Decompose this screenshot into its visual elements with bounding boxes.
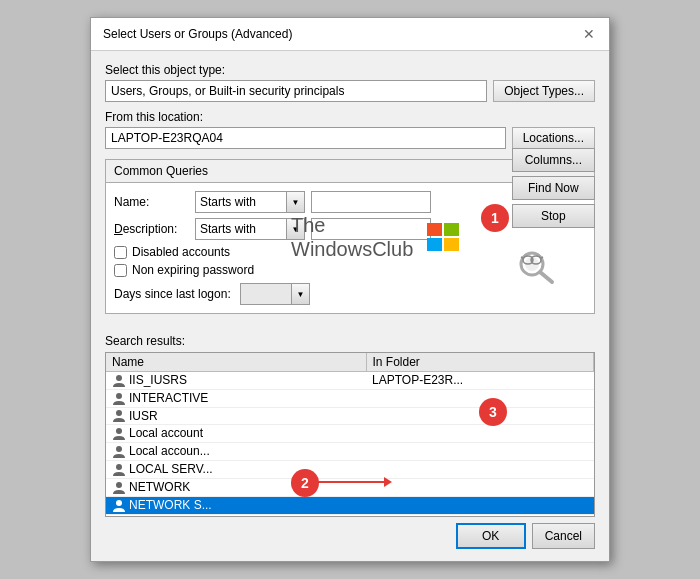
row-folder-cell: LAPTOP-E23R... bbox=[366, 372, 594, 390]
annotation-2: 2 bbox=[291, 469, 319, 497]
days-label: Days since last logon: bbox=[114, 287, 234, 301]
svg-line-6 bbox=[521, 257, 523, 258]
row-folder-cell bbox=[366, 478, 594, 496]
user-icon bbox=[112, 516, 126, 517]
col-name[interactable]: Name bbox=[106, 353, 366, 372]
row-folder-cell bbox=[366, 461, 594, 479]
row-name-cell: LOCAL SERV... bbox=[106, 461, 366, 479]
annotation-2-arrow bbox=[309, 481, 389, 483]
annotation-3: 3 bbox=[479, 398, 507, 426]
ok-cancel-row: OK Cancel bbox=[105, 523, 595, 549]
svg-point-10 bbox=[116, 410, 122, 416]
row-folder-cell bbox=[366, 496, 594, 514]
user-icon bbox=[112, 427, 126, 441]
disabled-accounts-checkbox[interactable] bbox=[114, 246, 127, 259]
row-name-cell: Local account bbox=[106, 425, 366, 443]
stop-button[interactable]: Stop bbox=[512, 204, 595, 228]
svg-line-7 bbox=[541, 257, 543, 258]
row-folder-cell bbox=[366, 443, 594, 461]
table-row[interactable]: INTERACTIVE bbox=[106, 389, 594, 407]
svg-point-13 bbox=[116, 464, 122, 470]
windows-logo-icon bbox=[427, 223, 459, 251]
row-name-cell: OWNER RIG... bbox=[106, 514, 366, 517]
svg-point-12 bbox=[116, 446, 122, 452]
col-folder[interactable]: In Folder bbox=[366, 353, 594, 372]
row-name-cell: IIS_IUSRS bbox=[106, 372, 366, 390]
find-now-button[interactable]: Find Now bbox=[512, 176, 595, 200]
row-name-cell: INTERACTIVE bbox=[106, 389, 366, 407]
user-icon bbox=[112, 463, 126, 477]
row-name-cell: NETWORK S... bbox=[106, 496, 366, 514]
table-row[interactable]: LOCAL SERV... bbox=[106, 461, 594, 479]
cancel-button[interactable]: Cancel bbox=[532, 523, 595, 549]
search-results-label: Search results: bbox=[105, 334, 595, 348]
user-icon bbox=[112, 481, 126, 495]
search-decorative-icon bbox=[514, 244, 558, 288]
svg-point-14 bbox=[116, 482, 122, 488]
svg-point-9 bbox=[116, 393, 122, 399]
location-input: LAPTOP-E23RQA04 bbox=[105, 127, 506, 149]
results-table-container[interactable]: Name In Folder IIS_IUSRSLAPTOP-E23R...IN… bbox=[105, 352, 595, 517]
object-type-input: Users, Groups, or Built-in security prin… bbox=[105, 80, 487, 102]
object-types-button[interactable]: Object Types... bbox=[493, 80, 595, 102]
svg-point-11 bbox=[116, 428, 122, 434]
watermark: The WindowsClub bbox=[271, 203, 479, 271]
dialog-title: Select Users or Groups (Advanced) bbox=[103, 27, 292, 41]
user-icon bbox=[112, 499, 126, 513]
svg-line-1 bbox=[540, 272, 552, 282]
days-row: Days since last logon: ▼ bbox=[114, 283, 496, 305]
columns-button[interactable]: Columns... bbox=[512, 148, 595, 172]
non-expiring-checkbox[interactable] bbox=[114, 264, 127, 277]
right-button-group: Columns... Find Now Stop bbox=[512, 148, 595, 290]
row-name-cell: IUSR bbox=[106, 407, 366, 425]
description-field-label: Description: bbox=[114, 222, 189, 236]
row-folder-cell bbox=[366, 425, 594, 443]
annotation-1: 1 bbox=[481, 204, 509, 232]
name-field-label: Name: bbox=[114, 195, 189, 209]
location-label: From this location: bbox=[105, 110, 595, 124]
location-row: LAPTOP-E23RQA04 Locations... bbox=[105, 127, 595, 149]
results-table: Name In Folder IIS_IUSRSLAPTOP-E23R...IN… bbox=[106, 353, 594, 517]
object-type-label: Select this object type: bbox=[105, 63, 595, 77]
locations-button[interactable]: Locations... bbox=[512, 127, 595, 149]
svg-point-15 bbox=[116, 500, 122, 506]
table-row[interactable]: NETWORK S... bbox=[106, 496, 594, 514]
title-bar: Select Users or Groups (Advanced) ✕ bbox=[91, 18, 609, 51]
table-row[interactable]: Local account bbox=[106, 425, 594, 443]
table-row[interactable]: IUSR bbox=[106, 407, 594, 425]
results-container: Name In Folder IIS_IUSRSLAPTOP-E23R...IN… bbox=[105, 352, 595, 517]
non-expiring-label: Non expiring password bbox=[132, 263, 254, 277]
watermark-text: The WindowsClub bbox=[291, 213, 413, 261]
close-button[interactable]: ✕ bbox=[581, 26, 597, 42]
search-icon-area bbox=[512, 242, 560, 290]
days-combo[interactable]: ▼ bbox=[240, 283, 310, 305]
days-combo-arrow[interactable]: ▼ bbox=[291, 284, 309, 304]
table-row[interactable]: OWNER RIG... bbox=[106, 514, 594, 517]
row-folder-cell bbox=[366, 514, 594, 517]
object-type-row: Users, Groups, or Built-in security prin… bbox=[105, 80, 595, 102]
row-name-cell: Local accoun... bbox=[106, 443, 366, 461]
user-icon bbox=[112, 374, 126, 388]
user-icon bbox=[112, 445, 126, 459]
disabled-accounts-label: Disabled accounts bbox=[132, 245, 230, 259]
svg-point-8 bbox=[116, 375, 122, 381]
user-icon bbox=[112, 409, 126, 423]
user-icon bbox=[112, 392, 126, 406]
table-row[interactable]: IIS_IUSRSLAPTOP-E23R... bbox=[106, 372, 594, 390]
table-row[interactable]: Local accoun... bbox=[106, 443, 594, 461]
ok-button[interactable]: OK bbox=[456, 523, 526, 549]
